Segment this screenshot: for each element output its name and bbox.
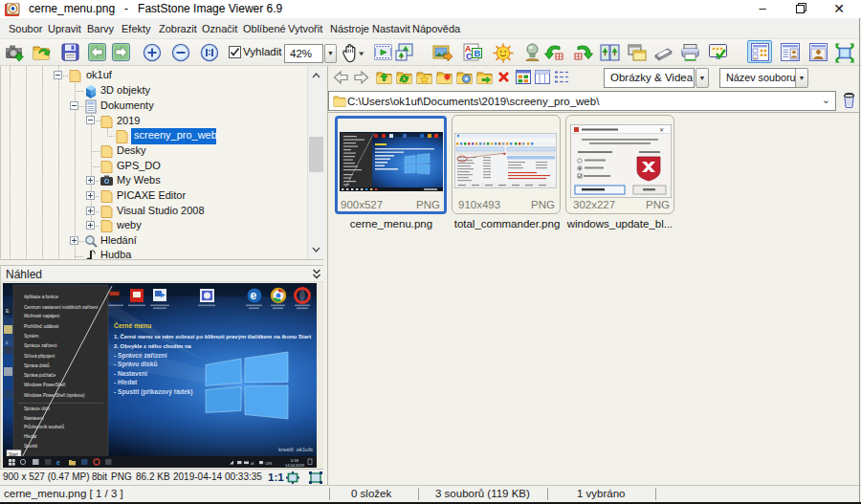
svg-text:Prohlížeč událostí: Prohlížeč událostí xyxy=(24,324,59,329)
svg-text:B: B xyxy=(475,48,481,58)
svg-text:Správa disků: Správa disků xyxy=(24,362,50,368)
svg-text:- Hledat: - Hledat xyxy=(114,379,138,385)
svg-text:- Správce zařízení: - Správce zařízení xyxy=(114,352,168,360)
svg-text:✕: ✕ xyxy=(659,127,664,133)
svg-text:C: C xyxy=(466,52,473,61)
svg-text:Aplikace a funkce: Aplikace a funkce xyxy=(24,295,58,299)
svg-text:1. Černé menu se nám zobrazí p: 1. Černé menu se nám zobrazí po kliknutí… xyxy=(114,334,311,340)
svg-text:2. Obvykle z něho chodím na: 2. Obvykle z něho chodím na xyxy=(114,343,192,349)
svg-text:14.04.2019: 14.04.2019 xyxy=(285,463,305,468)
svg-text:Síťová připojení: Síťová připojení xyxy=(24,354,55,359)
svg-text:Centrum nastavení mobilních za: Centrum nastavení mobilních zařízení xyxy=(24,305,99,310)
svg-text:- Spustit (příkazový řádek): - Spustit (příkazový řádek) xyxy=(114,388,192,396)
svg-text:- Správu disků: - Správu disků xyxy=(114,361,157,368)
svg-text:Možnosti napájení: Možnosti napájení xyxy=(24,314,60,318)
svg-text:kreslil: ok1ufc: kreslil: ok1ufc xyxy=(278,447,313,452)
svg-text:CES: CES xyxy=(265,462,273,466)
svg-text:Hledat: Hledat xyxy=(24,434,37,439)
svg-text:Správa počítače: Správa počítače xyxy=(24,373,56,378)
svg-text:Spustit: Spustit xyxy=(24,444,38,449)
svg-text:Správce zařízení: Správce zařízení xyxy=(24,343,57,348)
svg-text:dč: dč xyxy=(251,462,254,466)
svg-text:Průzkumník souborů: Průzkumník souborů xyxy=(24,424,65,429)
svg-text:Systém: Systém xyxy=(24,334,38,339)
svg-text:e: e xyxy=(56,459,60,466)
svg-text:- Nastavení: - Nastavení xyxy=(114,370,148,377)
svg-text:e: e xyxy=(251,289,257,302)
svg-text:Správce úloh: Správce úloh xyxy=(24,406,50,411)
svg-text:Černé menu: Černé menu xyxy=(114,321,151,329)
svg-text:Start: Start xyxy=(9,452,18,457)
